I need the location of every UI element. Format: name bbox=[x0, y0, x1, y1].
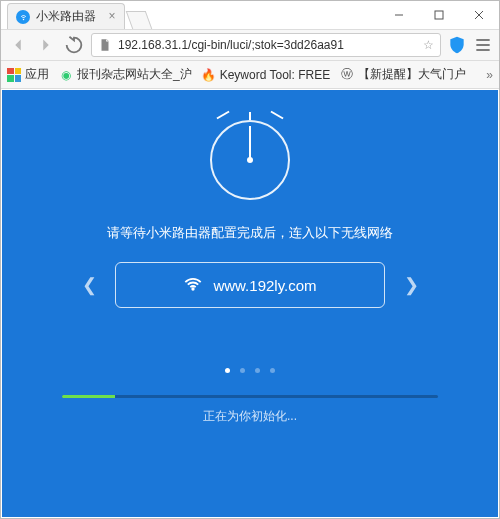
ssid-card[interactable]: www.192ly.com bbox=[115, 262, 385, 308]
dot-indicator[interactable] bbox=[255, 368, 260, 373]
dot-indicator[interactable] bbox=[240, 368, 245, 373]
wifi-icon bbox=[183, 274, 203, 297]
page-content: 请等待小米路由器配置完成后，连入以下无线网络 ❮ www.192ly.com ❯… bbox=[2, 90, 498, 517]
timer-icon bbox=[202, 112, 298, 208]
progress-fill bbox=[62, 395, 115, 398]
reload-button[interactable] bbox=[63, 34, 85, 56]
apps-label: 应用 bbox=[25, 66, 49, 83]
favicon-icon: ◉ bbox=[59, 68, 73, 82]
new-tab-button[interactable] bbox=[126, 11, 153, 29]
page-icon bbox=[98, 38, 112, 52]
progress-bar bbox=[62, 395, 438, 398]
window-controls bbox=[379, 1, 499, 29]
url-text: 192.168.31.1/cgi-bin/luci/;stok=3dd26aa9… bbox=[118, 38, 417, 52]
back-button[interactable] bbox=[7, 34, 29, 56]
bookmarks-overflow-icon[interactable]: » bbox=[486, 68, 493, 82]
bookmark-star-icon[interactable]: ☆ bbox=[423, 38, 434, 52]
bookmark-item[interactable]: 🔥 Keyword Tool: FREE bbox=[202, 68, 331, 82]
ssid-label: www.192ly.com bbox=[213, 277, 316, 294]
carousel-dots bbox=[2, 368, 498, 373]
minimize-button[interactable] bbox=[379, 1, 419, 29]
forward-button[interactable] bbox=[35, 34, 57, 56]
favicon-icon: 🔥 bbox=[202, 68, 216, 82]
bookmark-item[interactable]: ⓦ 【新提醒】大气门户 bbox=[340, 66, 466, 83]
status-text: 正在为你初始化... bbox=[2, 408, 498, 425]
bookmark-label: 报刊杂志网站大全_沪 bbox=[77, 66, 192, 83]
bookmarks-bar: 应用 ◉ 报刊杂志网站大全_沪 🔥 Keyword Tool: FREE ⓦ 【… bbox=[1, 61, 499, 89]
favicon-icon: ⓦ bbox=[340, 68, 354, 82]
instruction-text: 请等待小米路由器配置完成后，连入以下无线网络 bbox=[22, 224, 478, 242]
browser-tab[interactable]: 小米路由器 × bbox=[7, 3, 125, 29]
svg-rect-1 bbox=[435, 11, 443, 19]
close-button[interactable] bbox=[459, 1, 499, 29]
apps-grid-icon bbox=[7, 68, 21, 82]
close-icon[interactable]: × bbox=[106, 10, 118, 22]
menu-icon[interactable] bbox=[473, 35, 493, 55]
bookmark-label: 【新提醒】大气门户 bbox=[358, 66, 466, 83]
url-input[interactable]: 192.168.31.1/cgi-bin/luci/;stok=3dd26aa9… bbox=[91, 33, 441, 57]
apps-button[interactable]: 应用 bbox=[7, 66, 49, 83]
window-titlebar: 小米路由器 × bbox=[1, 1, 499, 29]
wifi-favicon-icon bbox=[16, 10, 30, 24]
chevron-left-icon[interactable]: ❮ bbox=[81, 274, 97, 296]
bookmark-label: Keyword Tool: FREE bbox=[220, 68, 331, 82]
bookmark-item[interactable]: ◉ 报刊杂志网站大全_沪 bbox=[59, 66, 192, 83]
chevron-right-icon[interactable]: ❯ bbox=[403, 274, 419, 296]
tab-title: 小米路由器 bbox=[36, 8, 96, 25]
dot-indicator[interactable] bbox=[270, 368, 275, 373]
ssid-carousel: ❮ www.192ly.com ❯ bbox=[2, 262, 498, 308]
address-bar: 192.168.31.1/cgi-bin/luci/;stok=3dd26aa9… bbox=[1, 29, 499, 61]
shield-icon[interactable] bbox=[447, 35, 467, 55]
dot-indicator[interactable] bbox=[225, 368, 230, 373]
maximize-button[interactable] bbox=[419, 1, 459, 29]
